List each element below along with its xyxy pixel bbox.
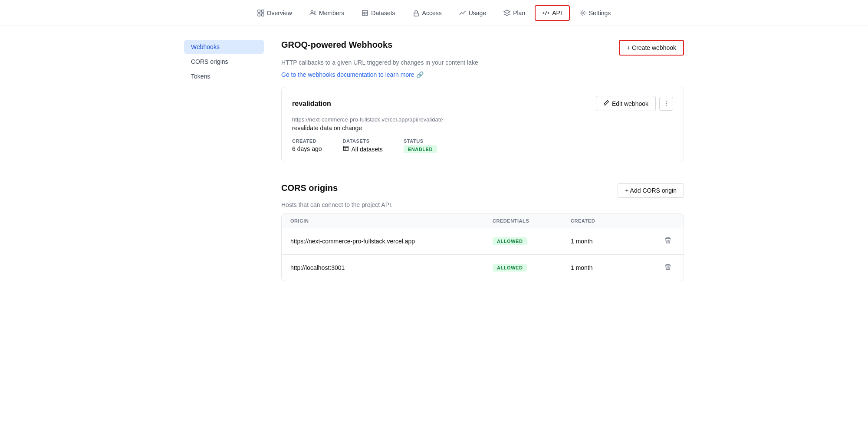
svg-rect-2 <box>258 13 260 16</box>
cors-col-origin: ORIGIN <box>290 218 493 223</box>
webhook-created-value: 6 days ago <box>292 145 322 152</box>
webhooks-title-group: GROQ-powered Webhooks <box>281 40 392 50</box>
dataset-icon <box>362 10 368 16</box>
webhook-datasets-value-wrapper: All datasets <box>343 145 383 153</box>
nav-item-plan[interactable]: Plan <box>496 5 533 21</box>
svg-marker-7 <box>504 10 510 13</box>
webhook-created-label: CREATED <box>292 138 322 144</box>
webhook-status-badge: ENABLED <box>404 145 437 153</box>
cors-row-1-credentials-badge: ALLOWED <box>493 264 527 272</box>
cors-col-actions <box>649 218 675 223</box>
cors-row-1-credentials: ALLOWED <box>493 264 571 272</box>
svg-rect-5 <box>362 10 368 16</box>
sidebar: Webhooks CORS origins Tokens <box>184 40 271 302</box>
edit-icon <box>603 100 609 107</box>
main-content: GROQ-powered Webhooks + Create webhook H… <box>271 40 684 302</box>
cors-table: ORIGIN CREDENTIALS CREATED https://next-… <box>281 213 684 281</box>
users-icon <box>309 10 316 16</box>
nav-label-settings: Settings <box>589 10 611 16</box>
nav-label-datasets: Datasets <box>371 10 395 16</box>
cors-section: CORS origins + Add CORS origin Hosts tha… <box>281 183 684 281</box>
content-layout: Webhooks CORS origins Tokens GROQ-powere… <box>174 26 694 316</box>
webhook-desc: revalidate data on change <box>292 125 673 131</box>
trash-icon <box>664 263 671 272</box>
link-icon: 🔗 <box>416 71 424 78</box>
nav-label-members: Members <box>319 10 344 16</box>
cors-row-0-actions <box>649 234 675 248</box>
webhook-name: revalidation <box>292 100 331 108</box>
datasets-icon <box>343 145 349 153</box>
webhooks-section: GROQ-powered Webhooks + Create webhook H… <box>281 40 684 162</box>
nav-item-datasets[interactable]: Datasets <box>354 5 403 21</box>
webhook-created-col: CREATED 6 days ago <box>292 138 322 153</box>
add-cors-origin-button[interactable]: + Add CORS origin <box>618 183 684 198</box>
webhooks-doc-link[interactable]: Go to the webhooks documentation to lear… <box>281 71 424 78</box>
webhook-actions: Edit webhook ⋮ <box>596 96 673 111</box>
top-nav: Overview Members Datasets <box>0 0 868 26</box>
webhook-meta: CREATED 6 days ago DATASETS <box>292 138 673 153</box>
sidebar-item-tokens[interactable]: Tokens <box>184 69 264 83</box>
cors-row-1-origin: http://localhost:3001 <box>290 264 493 271</box>
create-webhook-button[interactable]: + Create webhook <box>619 40 684 56</box>
nav-item-settings[interactable]: Settings <box>572 5 619 21</box>
webhooks-title: GROQ-powered Webhooks <box>281 40 392 50</box>
webhooks-doc-link-text: Go to the webhooks documentation to lear… <box>281 71 414 78</box>
cors-table-header: ORIGIN CREDENTIALS CREATED <box>282 214 684 228</box>
nav-label-overview: Overview <box>267 10 292 16</box>
nav-label-usage: Usage <box>469 10 486 16</box>
trash-icon <box>664 237 671 246</box>
webhook-card-header: revalidation Edit webhook ⋮ <box>292 96 673 111</box>
svg-rect-9 <box>343 146 348 151</box>
delete-cors-1-button[interactable] <box>661 261 675 275</box>
webhooks-description: HTTP callbacks to a given URL triggered … <box>281 59 542 66</box>
edit-webhook-button[interactable]: Edit webhook <box>596 96 656 111</box>
webhook-datasets-label: DATASETS <box>343 138 383 144</box>
svg-rect-3 <box>261 13 264 16</box>
nav-item-overview[interactable]: Overview <box>250 5 300 21</box>
cors-title: CORS origins <box>281 183 338 193</box>
webhooks-section-header: GROQ-powered Webhooks + Create webhook <box>281 40 684 56</box>
webhook-status-label: STATUS <box>404 138 437 144</box>
gear-icon <box>579 10 586 16</box>
cors-description: Hosts that can connect to the project AP… <box>281 201 542 208</box>
svg-rect-0 <box>258 10 260 13</box>
webhook-status-col: STATUS ENABLED <box>404 138 437 153</box>
cors-row-0-created: 1 month <box>571 238 649 245</box>
sidebar-item-webhooks[interactable]: Webhooks <box>184 40 264 54</box>
webhook-url: https://next-commerce-pro-fullstack.verc… <box>292 116 673 123</box>
svg-rect-6 <box>414 13 418 16</box>
cors-section-header: CORS origins + Add CORS origin <box>281 183 684 198</box>
nav-item-usage[interactable]: Usage <box>451 5 494 21</box>
grid-icon <box>257 10 264 16</box>
cors-row-0-credentials-badge: ALLOWED <box>493 237 527 245</box>
cors-row-1-actions <box>649 261 675 275</box>
sidebar-item-cors-label: CORS origins <box>191 58 228 65</box>
webhook-datasets-value: All datasets <box>352 146 383 153</box>
nav-label-plan: Plan <box>513 10 525 16</box>
svg-point-4 <box>311 10 313 13</box>
nav-item-members[interactable]: Members <box>302 5 352 21</box>
cors-col-credentials: CREDENTIALS <box>493 218 571 223</box>
nav-item-access[interactable]: Access <box>405 5 450 21</box>
delete-cors-0-button[interactable] <box>661 234 675 248</box>
edit-webhook-label: Edit webhook <box>612 100 648 107</box>
chart-icon <box>459 10 466 16</box>
webhook-card: revalidation Edit webhook ⋮ <box>281 87 684 162</box>
nav-label-api: API <box>552 10 562 16</box>
table-row: https://next-commerce-pro-fullstack.verc… <box>282 228 684 255</box>
cors-row-0-credentials: ALLOWED <box>493 237 571 245</box>
webhook-more-button[interactable]: ⋮ <box>659 97 673 111</box>
sidebar-item-cors-origins[interactable]: CORS origins <box>184 55 264 69</box>
svg-rect-1 <box>261 10 264 13</box>
layers-icon <box>503 10 510 16</box>
cors-row-0-origin: https://next-commerce-pro-fullstack.verc… <box>290 238 493 245</box>
cors-col-created: CREATED <box>571 218 649 223</box>
nav-label-access: Access <box>422 10 442 16</box>
cors-row-1-created: 1 month <box>571 264 649 271</box>
webhook-datasets-col: DATASETS All datasets <box>343 138 383 153</box>
svg-point-8 <box>582 12 584 14</box>
sidebar-item-tokens-label: Tokens <box>191 73 210 80</box>
api-icon <box>542 10 549 16</box>
nav-item-api[interactable]: API <box>535 5 570 21</box>
table-row: http://localhost:3001 ALLOWED 1 month <box>282 255 684 281</box>
